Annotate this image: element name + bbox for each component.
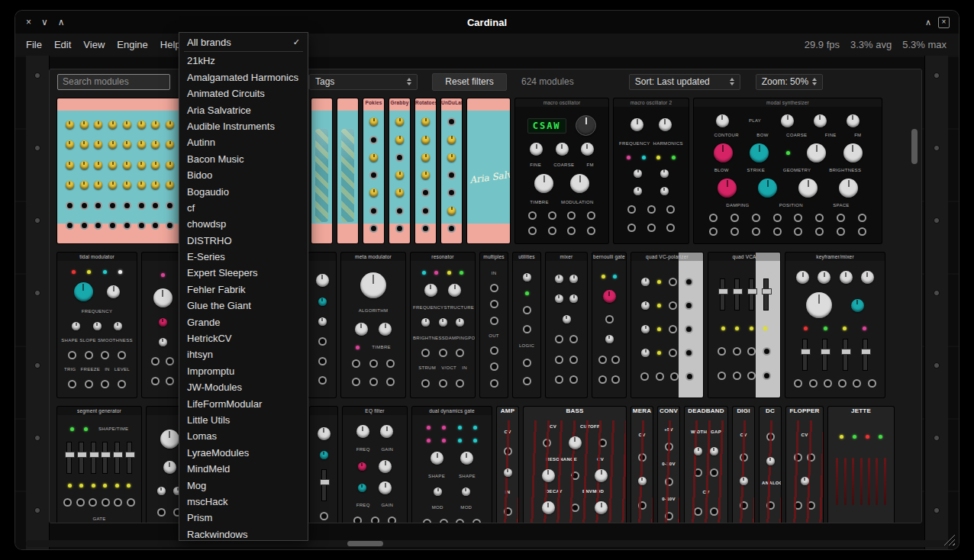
- jack[interactable]: [318, 376, 327, 385]
- reset-filters-button[interactable]: Reset filters: [432, 73, 507, 91]
- brand-option[interactable]: E-Series: [179, 249, 308, 265]
- jack[interactable]: [80, 221, 89, 230]
- jack[interactable]: [421, 188, 430, 197]
- knob[interactable]: [66, 161, 74, 169]
- jack[interactable]: [523, 377, 531, 385]
- jack[interactable]: [528, 227, 537, 235]
- jack[interactable]: [76, 498, 85, 507]
- knob[interactable]: [358, 484, 366, 492]
- jack[interactable]: [740, 501, 748, 510]
- jack[interactable]: [456, 379, 464, 388]
- jack[interactable]: [656, 372, 664, 381]
- knob[interactable]: [555, 294, 563, 303]
- jack[interactable]: [709, 227, 718, 236]
- module-quad-vca[interactable]: quad VCA: [708, 253, 780, 397]
- jack[interactable]: [523, 359, 531, 367]
- jack[interactable]: [730, 227, 739, 236]
- jack[interactable]: [456, 519, 464, 523]
- brand-option[interactable]: Glue the Giant: [179, 298, 308, 314]
- module-rotatoes[interactable]: Rotatoes: [415, 98, 436, 243]
- module-panel[interactable]: [308, 253, 336, 397]
- jack[interactable]: [665, 443, 673, 451]
- knob[interactable]: [758, 179, 777, 198]
- jack[interactable]: [730, 214, 739, 222]
- brand-option[interactable]: Bidoo: [179, 167, 308, 183]
- brand-option[interactable]: DISTRHO: [179, 233, 308, 249]
- browser-vertical-scrollbar[interactable]: [911, 129, 918, 164]
- jack[interactable]: [439, 379, 447, 388]
- jack[interactable]: [102, 498, 110, 507]
- jack[interactable]: [490, 346, 498, 355]
- jack[interactable]: [567, 211, 576, 220]
- jack[interactable]: [371, 517, 379, 524]
- slider[interactable]: [321, 469, 327, 501]
- module-bass[interactable]: BASSCVCUTOFFRESONANCECVDECAYENVMODACCENT…: [524, 407, 626, 523]
- knob[interactable]: [358, 462, 366, 471]
- jack[interactable]: [627, 224, 636, 232]
- knob[interactable]: [631, 118, 643, 131]
- knob[interactable]: [595, 469, 608, 482]
- jack[interactable]: [395, 153, 404, 162]
- jack[interactable]: [137, 201, 146, 210]
- jack[interactable]: [101, 351, 109, 359]
- jack[interactable]: [569, 356, 578, 364]
- jack[interactable]: [685, 372, 694, 381]
- jack[interactable]: [747, 372, 756, 380]
- knob[interactable]: [447, 153, 456, 162]
- jack[interactable]: [685, 325, 693, 333]
- knob[interactable]: [448, 284, 461, 297]
- jack[interactable]: [837, 214, 845, 222]
- jack[interactable]: [555, 356, 563, 364]
- knob[interactable]: [395, 171, 404, 179]
- jack[interactable]: [369, 224, 378, 233]
- knob[interactable]: [530, 143, 543, 156]
- knob[interactable]: [80, 140, 89, 149]
- jack[interactable]: [66, 221, 74, 230]
- brand-option[interactable]: Prism: [179, 510, 308, 526]
- brand-option[interactable]: Bogaudio: [179, 184, 308, 200]
- brand-option[interactable]: chowdsp: [179, 216, 308, 232]
- jack[interactable]: [123, 221, 131, 230]
- knob[interactable]: [523, 273, 531, 282]
- jack[interactable]: [548, 211, 556, 220]
- knob[interactable]: [137, 181, 146, 189]
- brand-option[interactable]: Mog: [179, 478, 308, 494]
- module-jette[interactable]: JETTE: [828, 407, 894, 523]
- knob[interactable]: [605, 335, 614, 343]
- jack[interactable]: [318, 337, 327, 346]
- jack[interactable]: [733, 347, 741, 356]
- jack[interactable]: [320, 512, 328, 520]
- jack[interactable]: [685, 301, 693, 310]
- brand-option[interactable]: JW-Modules: [179, 379, 308, 395]
- knob[interactable]: [581, 143, 594, 156]
- jack[interactable]: [587, 211, 595, 220]
- jack[interactable]: [569, 375, 578, 384]
- jack[interactable]: [447, 188, 456, 197]
- knob[interactable]: [160, 430, 179, 449]
- knob[interactable]: [634, 187, 642, 195]
- module-bernoulli-gate[interactable]: bernoulli gate: [592, 253, 626, 397]
- jack[interactable]: [421, 224, 430, 233]
- knob[interactable]: [379, 481, 392, 494]
- jack[interactable]: [66, 201, 74, 210]
- jack[interactable]: [94, 201, 102, 210]
- module-conv[interactable]: CONV+5V0-10V0-10V: [658, 407, 679, 523]
- jack[interactable]: [598, 356, 607, 364]
- jack[interactable]: [694, 468, 702, 477]
- jack[interactable]: [794, 453, 802, 462]
- jack[interactable]: [490, 379, 498, 388]
- brand-option[interactable]: Little Utils: [179, 412, 308, 428]
- jack[interactable]: [523, 306, 531, 314]
- knob[interactable]: [369, 117, 378, 126]
- knob[interactable]: [603, 290, 616, 303]
- brand-option[interactable]: HetrickCV: [179, 330, 308, 346]
- module-mixer[interactable]: mixer: [546, 253, 587, 397]
- knob[interactable]: [94, 140, 102, 149]
- knob[interactable]: [798, 179, 818, 198]
- knob[interactable]: [159, 338, 167, 346]
- jack[interactable]: [640, 372, 649, 381]
- jack[interactable]: [127, 498, 135, 507]
- brand-option[interactable]: Animated Circuits: [179, 85, 308, 101]
- knob[interactable]: [641, 325, 650, 333]
- jack[interactable]: [548, 227, 556, 235]
